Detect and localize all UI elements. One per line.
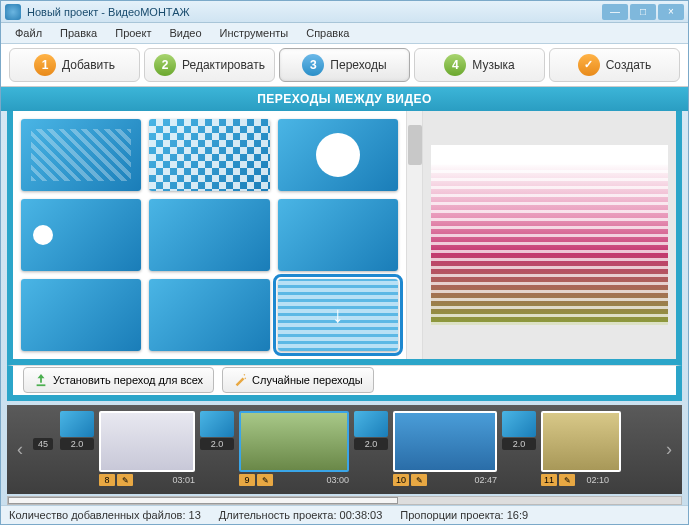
status-duration: Длительность проекта: 00:38:03 — [219, 509, 383, 521]
close-button[interactable]: × — [658, 4, 684, 20]
status-files: Количество добавленных файлов: 13 — [9, 509, 201, 521]
scroll-thumb[interactable] — [408, 125, 422, 165]
timeline-transition[interactable]: 2.0 — [352, 411, 390, 487]
action-bar: Установить переход для всех Случайные пе… — [7, 365, 682, 401]
download-icon — [34, 373, 48, 387]
timeline-clip-selected[interactable]: 9 ✎ 03:00 — [239, 411, 349, 487]
menu-file[interactable]: Файл — [7, 25, 50, 41]
menu-help[interactable]: Справка — [298, 25, 357, 41]
statusbar: Количество добавленных файлов: 13 Длител… — [1, 505, 688, 524]
step-number-icon: 4 — [444, 54, 466, 76]
gallery-scrollbar[interactable] — [406, 111, 422, 359]
menu-video[interactable]: Видео — [161, 25, 209, 41]
transition-thumb-selected[interactable] — [278, 279, 398, 351]
transition-thumb[interactable] — [21, 119, 141, 191]
transitions-gallery — [13, 111, 423, 359]
content-area — [7, 111, 682, 365]
menu-edit[interactable]: Правка — [52, 25, 105, 41]
menu-project[interactable]: Проект — [107, 25, 159, 41]
transition-icon — [354, 411, 388, 437]
transition-thumb[interactable] — [21, 199, 141, 271]
step-number-icon: 3 — [302, 54, 324, 76]
random-button[interactable]: Случайные переходы — [222, 367, 374, 393]
tab-edit[interactable]: 2 Редактировать — [144, 48, 275, 82]
svg-rect-0 — [37, 385, 46, 387]
timeline-transition[interactable]: 2.0 — [58, 411, 96, 487]
transition-thumb[interactable] — [149, 199, 269, 271]
window-title: Новый проект - ВидеоМОНТАЖ — [27, 6, 602, 18]
timeline-transition[interactable]: 45 — [31, 411, 55, 487]
menu-tools[interactable]: Инструменты — [212, 25, 297, 41]
timeline: ‹ 45 2.0 8 ✎ 03:01 2.0 — [7, 405, 682, 494]
tab-add[interactable]: 1 Добавить — [9, 48, 140, 82]
timeline-scrollbar[interactable] — [7, 496, 682, 505]
transition-icon — [200, 411, 234, 437]
apply-all-button[interactable]: Установить переход для всех — [23, 367, 214, 393]
edit-icon[interactable]: ✎ — [559, 474, 575, 486]
transition-thumb[interactable] — [278, 119, 398, 191]
wand-icon — [233, 373, 247, 387]
minimize-button[interactable]: — — [602, 4, 628, 20]
timeline-prev-button[interactable]: ‹ — [11, 409, 29, 489]
timeline-clip[interactable]: 11 ✎ 02:10 — [541, 411, 609, 487]
timeline-transition[interactable]: 2.0 — [198, 411, 236, 487]
timeline-transition[interactable]: 2.0 — [500, 411, 538, 487]
app-icon — [5, 4, 21, 20]
transition-icon — [60, 411, 94, 437]
transition-icon — [502, 411, 536, 437]
scroll-thumb[interactable] — [8, 497, 398, 504]
transition-thumb[interactable] — [149, 279, 269, 351]
transition-thumb[interactable] — [21, 279, 141, 351]
tab-music[interactable]: 4 Музыка — [414, 48, 545, 82]
tab-transitions[interactable]: 3 Переходы — [279, 48, 410, 82]
timeline-clip[interactable]: 10 ✎ 02:47 — [393, 411, 497, 487]
step-number-icon: 2 — [154, 54, 176, 76]
maximize-button[interactable]: □ — [630, 4, 656, 20]
check-icon: ✓ — [578, 54, 600, 76]
step-number-icon: 1 — [34, 54, 56, 76]
timeline-next-button[interactable]: › — [660, 409, 678, 489]
app-window: Новый проект - ВидеоМОНТАЖ — □ × Файл Пр… — [0, 0, 689, 525]
transition-thumb[interactable] — [149, 119, 269, 191]
edit-icon[interactable]: ✎ — [117, 474, 133, 486]
timeline-clip[interactable]: 8 ✎ 03:01 — [99, 411, 195, 487]
edit-icon[interactable]: ✎ — [411, 474, 427, 486]
section-banner: ПЕРЕХОДЫ МЕЖДУ ВИДЕО — [1, 87, 688, 111]
step-tabs: 1 Добавить 2 Редактировать 3 Переходы 4 … — [1, 44, 688, 87]
edit-icon[interactable]: ✎ — [257, 474, 273, 486]
menubar: Файл Правка Проект Видео Инструменты Спр… — [1, 23, 688, 43]
tab-create[interactable]: ✓ Создать — [549, 48, 680, 82]
preview-panel — [423, 111, 676, 359]
preview-image — [431, 145, 668, 325]
status-aspect: Пропорции проекта: 16:9 — [400, 509, 528, 521]
transition-thumb[interactable] — [278, 199, 398, 271]
titlebar[interactable]: Новый проект - ВидеоМОНТАЖ — □ × — [1, 1, 688, 23]
